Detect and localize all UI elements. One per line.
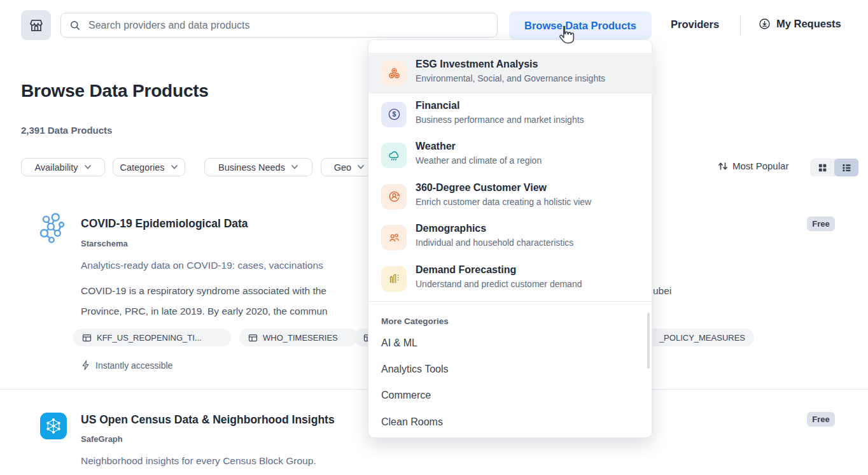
menu-item-title: Financial bbox=[416, 100, 459, 111]
page-title: Browse Data Products bbox=[21, 81, 209, 101]
list-view-icon bbox=[841, 162, 852, 173]
storefront-icon bbox=[28, 17, 45, 34]
chevron-down-icon bbox=[171, 164, 178, 170]
dropdown-scrollbar[interactable] bbox=[647, 313, 650, 369]
search-bar[interactable] bbox=[60, 13, 498, 38]
nav-divider bbox=[740, 15, 741, 36]
svg-text:$: $ bbox=[392, 110, 396, 118]
dropdown-divider bbox=[368, 301, 653, 302]
menu-item-360-customer-view[interactable]: 360-Degree Customer View Enrich customer… bbox=[368, 176, 653, 217]
menu-item-esg-investment-analysis[interactable]: ESG Investment Analysis Environmental, S… bbox=[368, 53, 653, 94]
home-button[interactable] bbox=[21, 10, 51, 40]
my-requests-label: My Requests bbox=[776, 18, 841, 30]
chevron-down-icon bbox=[84, 164, 92, 170]
table-icon bbox=[82, 333, 92, 343]
filter-label: Geo bbox=[334, 162, 351, 173]
menu-item-subtitle: Enrich customer data creating a holistic… bbox=[416, 197, 591, 207]
categories-dropdown: ESG Investment Analysis Environmental, S… bbox=[368, 39, 652, 438]
menu-item-clean-rooms[interactable]: Clean Rooms bbox=[381, 416, 443, 428]
download-circle-icon bbox=[758, 17, 771, 31]
grid-view-icon bbox=[817, 162, 828, 173]
table-tag[interactable]: WHO_TIMESERIES bbox=[239, 329, 358, 346]
menu-item-subtitle: Understand and predict customer demand bbox=[416, 279, 582, 289]
product-tagline: Analytics-ready data on COVID-19: cases,… bbox=[81, 260, 323, 271]
esg-icon bbox=[381, 60, 407, 86]
weather-icon bbox=[381, 143, 407, 168]
filter-categories[interactable]: Categories bbox=[113, 158, 185, 176]
tag-label: WHO_TIMESERIES bbox=[263, 333, 338, 343]
lightning-icon bbox=[81, 360, 90, 371]
tag-label: KFF_US_REOPENING_TI... bbox=[97, 333, 202, 343]
financial-icon: $ bbox=[381, 102, 407, 127]
product-description-line1: COVID-19 is a respiratory syndrome assoc… bbox=[81, 285, 326, 297]
menu-item-subtitle: Individual and household characteristics bbox=[416, 238, 573, 248]
menu-item-ai-ml[interactable]: AI & ML bbox=[381, 337, 417, 349]
table-icon bbox=[248, 333, 258, 343]
filter-label: Categories bbox=[120, 162, 164, 173]
menu-item-title: ESG Investment Analysis bbox=[416, 59, 538, 70]
chevron-down-icon bbox=[357, 164, 365, 170]
menu-item-title: 360-Degree Customer View bbox=[416, 182, 547, 194]
table-tag[interactable]: KFF_US_REOPENING_TI... bbox=[73, 329, 231, 346]
access-label: Instantly accessible bbox=[95, 360, 172, 371]
demographics-icon bbox=[381, 225, 407, 250]
product-description-line1-end: ubei bbox=[653, 285, 671, 297]
more-categories-label: More Categories bbox=[381, 316, 449, 326]
menu-item-financial[interactable]: $ Financial Business performance and mar… bbox=[368, 94, 653, 135]
filter-label: Business Needs bbox=[218, 162, 285, 173]
menu-item-title: Demographics bbox=[416, 223, 486, 234]
menu-item-subtitle: Business performance and market insights bbox=[416, 115, 584, 125]
product-title[interactable]: COVID-19 Epidemiological Data bbox=[81, 217, 248, 230]
product-provider[interactable]: SafeGraph bbox=[81, 434, 123, 444]
filter-label: Availability bbox=[34, 162, 78, 173]
sort-label: Most Popular bbox=[732, 160, 788, 171]
menu-item-subtitle: Weather and climate of a region bbox=[416, 155, 542, 166]
product-tagline: Neighborhood insights for every Census B… bbox=[81, 455, 316, 467]
menu-item-demographics[interactable]: Demographics Individual and household ch… bbox=[368, 217, 653, 258]
tag-label: _POLICY_MEASURES bbox=[659, 333, 745, 343]
search-icon bbox=[69, 19, 81, 32]
menu-item-title: Weather bbox=[416, 141, 456, 152]
chevron-down-icon bbox=[291, 164, 298, 170]
product-title[interactable]: US Open Census Data & Neighborhood Insig… bbox=[81, 413, 335, 427]
filter-business-needs[interactable]: Business Needs bbox=[204, 158, 312, 176]
filter-availability[interactable]: Availability bbox=[21, 158, 105, 176]
safegraph-logo-icon bbox=[40, 413, 67, 439]
menu-item-commerce[interactable]: Commerce bbox=[381, 390, 431, 401]
menu-item-demand-forecasting[interactable]: Demand Forecasting Understand and predic… bbox=[368, 259, 653, 299]
nav-providers[interactable]: Providers bbox=[671, 18, 719, 31]
sort-arrows-icon bbox=[718, 161, 728, 171]
view-toggle bbox=[810, 159, 858, 176]
nav-browse-data-products[interactable]: Browse Data Products bbox=[509, 11, 652, 39]
instant-access: Instantly accessible bbox=[81, 360, 172, 371]
sort-control[interactable]: Most Popular bbox=[718, 160, 788, 171]
free-badge: Free bbox=[807, 216, 835, 231]
demand-forecasting-icon bbox=[381, 266, 407, 292]
menu-item-analytics-tools[interactable]: Analytics Tools bbox=[381, 364, 449, 375]
marketplace-page: Browse Data Products Providers My Reques… bbox=[0, 0, 868, 475]
grid-view-button[interactable] bbox=[810, 159, 834, 176]
product-description-line2: Province, PRC, in late 2019. By early 20… bbox=[81, 306, 328, 317]
list-view-button[interactable] bbox=[834, 159, 858, 176]
covid-molecule-icon bbox=[38, 213, 67, 245]
menu-item-title: Demand Forecasting bbox=[416, 264, 516, 276]
search-input[interactable] bbox=[87, 19, 489, 32]
customer-360-icon bbox=[381, 184, 407, 209]
menu-item-weather[interactable]: Weather Weather and climate of a region bbox=[368, 135, 653, 176]
product-provider[interactable]: Starschema bbox=[81, 239, 128, 248]
menu-item-subtitle: Environmental, Social, and Governance in… bbox=[416, 73, 605, 83]
results-count: 2,391 Data Products bbox=[21, 125, 112, 136]
free-badge: Free bbox=[807, 412, 835, 427]
nav-my-requests[interactable]: My Requests bbox=[758, 17, 841, 31]
